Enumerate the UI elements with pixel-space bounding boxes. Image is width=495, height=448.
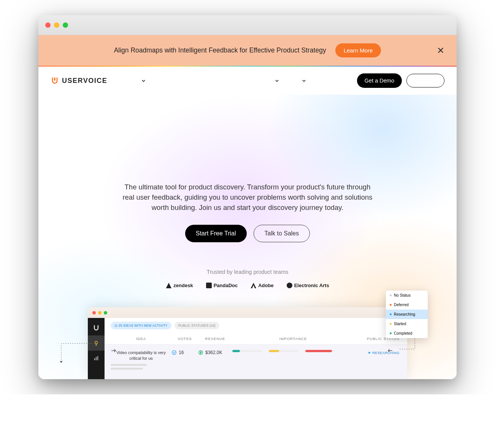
brand-name: USERVOICE	[62, 77, 107, 85]
chevron-down-icon	[275, 79, 279, 83]
col-revenue: REVENUE	[198, 337, 232, 341]
brand-logo[interactable]: USERVOICE	[51, 76, 107, 85]
learn-more-button[interactable]: Learn More	[335, 43, 381, 57]
start-free-trial-button[interactable]: Start Free Trial	[185, 225, 247, 242]
customer-logos: zendesk PandaDoc Adobe Electronic Arts	[38, 283, 457, 288]
sidebar-logo-icon[interactable]	[88, 320, 105, 335]
trusted-by-label: Trusted by leading product teams	[38, 269, 457, 275]
arrow-right-icon	[111, 348, 117, 353]
hero-subtitle: The ultimate tool for product discovery.…	[118, 182, 377, 213]
hero-section: The ultimate tool for product discovery.…	[38, 95, 457, 379]
announcement-bar: Align Roadmaps with Intelligent Feedback…	[38, 35, 457, 66]
col-importance: IMPORTANCE	[232, 337, 354, 341]
nav-dropdown-1[interactable]	[141, 79, 146, 83]
ea-logo: Electronic Arts	[287, 283, 329, 288]
status-popup: No Status Deferred Researching Started C…	[386, 291, 428, 338]
chevron-down-icon	[141, 79, 146, 83]
product-screenshot: No Status Deferred Researching Started C…	[88, 307, 407, 379]
window-minimize[interactable]	[54, 22, 59, 28]
uservoice-logo-icon	[51, 76, 59, 85]
svg-rect-4	[97, 356, 98, 361]
close-icon[interactable]: ✕	[437, 45, 444, 56]
browser-window: Align Roadmaps with Intelligent Feedback…	[38, 15, 457, 379]
mac-titlebar	[38, 15, 457, 35]
talk-to-sales-button[interactable]: Talk to Sales	[254, 225, 310, 242]
svg-rect-3	[96, 357, 97, 361]
chip-public-statuses[interactable]: PUBLIC STATUSES (10)	[175, 322, 219, 329]
adobe-logo: Adobe	[251, 283, 273, 288]
window-maximize[interactable]	[63, 22, 68, 28]
table-row[interactable]: Video compatability is very critical for…	[105, 345, 407, 379]
svg-rect-0	[54, 78, 56, 81]
nav-dropdown-3[interactable]	[302, 79, 306, 83]
sign-in-button[interactable]	[406, 74, 444, 87]
nav-dropdown-2[interactable]	[275, 79, 279, 83]
chevron-down-icon	[302, 79, 306, 83]
col-votes: VOTES	[171, 337, 198, 341]
votes-cell: 16	[171, 350, 198, 355]
window-close[interactable]	[45, 22, 51, 28]
table-header: IDEA VOTES REVENUE IMPORTANCE PUBLIC STA…	[105, 333, 407, 345]
nav-links	[141, 79, 306, 83]
idea-title: Video compatability is very critical for…	[111, 350, 171, 361]
status-badge: RESEARCHING	[368, 351, 400, 355]
status-option-nostatus[interactable]: No Status	[386, 291, 428, 300]
dollar-circle-icon	[198, 350, 203, 355]
arrow-left-icon	[388, 348, 394, 353]
col-idea: IDEA	[111, 337, 171, 341]
importance-cell	[232, 350, 354, 352]
get-demo-button[interactable]: Get a Demo	[357, 73, 402, 88]
status-option-researching[interactable]: Researching	[386, 310, 428, 319]
status-option-started[interactable]: Started	[386, 319, 428, 329]
check-circle-icon	[171, 350, 177, 355]
chip-new-activity[interactable]: ◷ 25 IDEAS WITH NEW ACTIVITY	[111, 322, 171, 329]
zendesk-logo: zendesk	[166, 283, 193, 288]
mini-titlebar	[88, 307, 407, 318]
announcement-text: Align Roadmaps with Intelligent Feedback…	[114, 46, 326, 54]
top-navigation: USERVOICE Get a Demo	[38, 67, 457, 95]
status-option-completed[interactable]: Completed	[386, 329, 428, 338]
status-option-deferred[interactable]: Deferred	[386, 300, 428, 310]
dashed-arrow-left	[57, 340, 95, 370]
pandadoc-logo: PandaDoc	[206, 283, 238, 288]
revenue-cell: $362.0K	[198, 350, 232, 355]
